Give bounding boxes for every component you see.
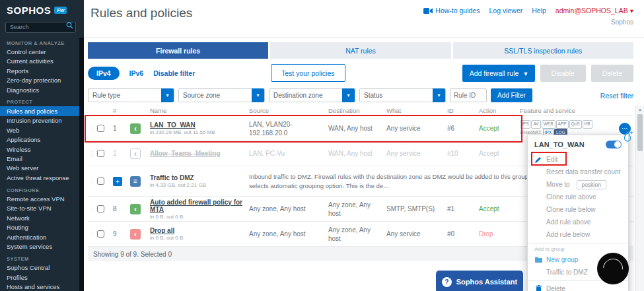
sidebar-item-remote-vpn[interactable]: Remote access VPN: [0, 195, 84, 204]
rule-tabs: Firewall rules NAT rules SSL/TLS inspect…: [88, 42, 633, 59]
scrollbar-thumb[interactable]: [637, 114, 643, 151]
edit-pencil-icon: [535, 156, 542, 163]
rule-action: Drop: [479, 230, 520, 238]
ipv4-toggle[interactable]: IPv4: [88, 67, 120, 80]
sidebar-item-reports[interactable]: Reports: [0, 66, 84, 75]
sidebar-item-email[interactable]: Email: [0, 154, 84, 163]
help-link[interactable]: Help: [532, 7, 546, 15]
drag-handle-icon[interactable]: ⋮⋮: [88, 125, 97, 131]
tab-ssl-tls-rules[interactable]: SSL/TLS inspection rules: [453, 42, 633, 59]
rule-enabled-toggle[interactable]: [606, 141, 622, 148]
menu-item-clone-above[interactable]: Clone rule above: [528, 191, 628, 203]
rule-number: 2: [113, 150, 130, 157]
menu-item-add-below[interactable]: Add rule below: [528, 228, 628, 241]
move-to-position-select[interactable]: position: [577, 180, 606, 189]
sidebar-item-web-server[interactable]: Web server: [0, 164, 84, 173]
drag-handle-icon[interactable]: ⋮⋮: [88, 178, 97, 184]
test-policies-button[interactable]: Test your policies: [271, 64, 345, 82]
section-title-configure: CONFIGURE: [0, 183, 84, 195]
drag-handle-icon[interactable]: ⋮⋮: [88, 206, 97, 212]
main-content: Firewall rules NAT rules SSL/TLS inspect…: [84, 38, 644, 291]
rule-name-link[interactable]: Allow_Teams_Meeting: [150, 150, 244, 157]
scroll-up-icon[interactable]: ▲: [636, 106, 644, 113]
disable-button[interactable]: Disable: [540, 65, 586, 82]
sidebar-item-profiles[interactable]: Profiles: [0, 273, 84, 282]
sidebar-item-zero-day[interactable]: Zero-day protection: [0, 76, 84, 85]
sidebar-item-system-services[interactable]: System services: [0, 242, 84, 251]
menu-item-reset-transfer[interactable]: Reset data transfer count: [528, 166, 628, 178]
tab-nat-rules[interactable]: NAT rules: [270, 42, 450, 59]
rule-name-link[interactable]: LAN_TO_WAN: [150, 121, 244, 129]
add-filter-button[interactable]: Add Filter: [491, 88, 532, 102]
sidebar-item-authentication[interactable]: Authentication: [0, 232, 84, 242]
row-checkbox[interactable]: [97, 230, 104, 238]
delete-button[interactable]: Delete: [591, 65, 633, 82]
disabled-rule-icon: ‹: [130, 148, 141, 159]
rule-destination: WAN, Any host: [328, 124, 386, 133]
sidebar-item-web[interactable]: Web: [0, 125, 84, 135]
menu-item-add-above[interactable]: Add rule above: [528, 216, 628, 228]
rule-source: LAN, PC-Vu: [249, 149, 328, 158]
rule-type-select[interactable]: Rule type ▾: [88, 88, 174, 102]
menu-item-clone-below[interactable]: Clone rule below: [528, 203, 628, 216]
expand-group-icon[interactable]: +: [113, 177, 122, 186]
rule-name-link[interactable]: Auto added firewall policy for MTA: [150, 199, 244, 213]
log-viewer-link[interactable]: Log viewer: [489, 7, 522, 15]
tab-firewall-rules[interactable]: Firewall rules: [88, 42, 268, 59]
rule-destination: Any zone, Any host: [328, 226, 386, 243]
col-feature: Feature and service: [520, 107, 633, 114]
section-title-monitor: MONITOR & ANALYZE: [0, 36, 84, 48]
row-checkbox[interactable]: [97, 125, 104, 132]
rule-name-link[interactable]: Drop all: [150, 227, 244, 234]
disable-filter-link[interactable]: Disable filter: [153, 69, 195, 77]
sidebar-search: [5, 20, 76, 33]
rule-id-input[interactable]: [450, 88, 487, 102]
search-icon[interactable]: [66, 22, 73, 29]
user-menu[interactable]: admin@SOPHOS_LAB ▾: [555, 7, 633, 15]
status-select[interactable]: Status ▾: [359, 88, 446, 102]
menu-item-edit[interactable]: Edit: [528, 153, 628, 166]
action-bar: IPv4 IPv6 Disable filter Test your polic…: [88, 64, 633, 82]
add-firewall-rule-button[interactable]: Add firewall rule ▾: [462, 65, 535, 82]
sidebar-item-hosts-services[interactable]: Hosts and services: [0, 282, 84, 291]
how-to-guides-link[interactable]: How-to guides: [423, 7, 480, 15]
sidebar-item-rules-policies[interactable]: Rules and policies: [0, 106, 84, 115]
feature-badge: HB: [583, 120, 592, 128]
sidebar-item-intrusion-prevention[interactable]: Intrusion prevention: [0, 116, 84, 125]
caret-down-icon: ▾: [630, 7, 633, 15]
sidebar-item-site-vpn[interactable]: Site-to-site VPN: [0, 204, 84, 213]
sidebar-item-diagnostics[interactable]: Diagnostics: [0, 85, 84, 94]
vertical-scrollbar[interactable]: ▲: [635, 106, 644, 291]
row-checkbox[interactable]: [97, 178, 104, 185]
caret-down-icon: ▾: [524, 69, 527, 77]
chevron-down-icon: ▾: [161, 88, 174, 102]
sidebar-item-current-activities[interactable]: Current activities: [0, 57, 84, 66]
ink-drop-icon: [623, 130, 633, 142]
sidebar-item-wireless[interactable]: Wireless: [0, 145, 84, 154]
group-icon: ≡: [130, 176, 141, 187]
sidebar-item-routing[interactable]: Routing: [0, 223, 84, 232]
sidebar-item-control-center[interactable]: Control center: [0, 48, 84, 57]
sidebar-item-active-threat[interactable]: Active threat response: [0, 173, 84, 182]
row-checkbox[interactable]: [97, 205, 104, 212]
reset-filter-link[interactable]: Reset filter: [600, 92, 633, 100]
sidebar-item-applications[interactable]: Applications: [0, 135, 84, 145]
rule-traffic-stats: in 0 B, out 0 B: [150, 214, 244, 220]
drop-rule-icon: ‹: [130, 229, 141, 240]
search-input[interactable]: [5, 22, 76, 33]
sidebar-item-network[interactable]: Network: [0, 213, 84, 222]
drag-handle-icon[interactable]: ⋮⋮: [88, 231, 97, 237]
section-title-protect: PROTECT: [0, 94, 84, 106]
sidebar-scroll-track[interactable]: [79, 38, 84, 291]
ipv6-toggle[interactable]: IPv6: [129, 69, 144, 77]
new-group-icon: [535, 257, 542, 263]
rule-number: 9: [113, 230, 130, 238]
sidebar-item-sophos-central[interactable]: Sophos Central: [0, 263, 84, 273]
row-checkbox[interactable]: [97, 150, 104, 157]
destination-zone-select[interactable]: Destination zone ▾: [269, 88, 355, 102]
drag-handle-icon[interactable]: ⋮⋮: [88, 150, 97, 156]
source-zone-select[interactable]: Source zone ▾: [178, 88, 265, 102]
rule-what: Any service: [386, 230, 447, 238]
menu-item-move-to[interactable]: Move to position: [528, 178, 628, 191]
sophos-assistant-button[interactable]: ? Sophos Assistant: [436, 271, 523, 291]
